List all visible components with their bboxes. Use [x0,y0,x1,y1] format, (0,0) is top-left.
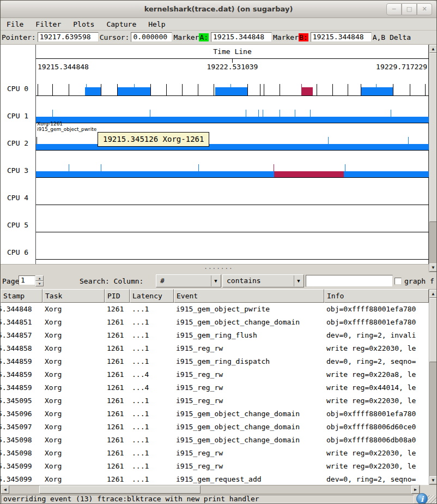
column-header-pid[interactable]: PID [105,289,130,303]
table-row[interactable]: 5.344859Xorg1261...4i915_reg_rwwrite reg… [1,381,429,394]
cell-pid: 1261 [105,434,130,447]
cell-pid: 1261 [105,342,130,355]
event-tick [230,84,231,95]
cell-task: Xorg [43,329,105,342]
event-tick [101,164,101,171]
minimize-icon[interactable]: ─ [386,3,402,15]
scroll-down-icon[interactable]: ▼ [429,476,437,484]
event-tick [198,84,198,95]
cell-task: Xorg [43,421,105,434]
table-row[interactable]: 5.344859Xorg1261...1i915_gem_ring_dispat… [1,355,429,368]
cpu-label: CPU 6 [7,248,34,257]
table-vscroll-thumb[interactable] [429,298,437,362]
cell-pid: 1261 [105,421,130,434]
menu-help[interactable]: Help [142,19,171,29]
event-tick [150,110,150,117]
table-hscroll-thumb[interactable] [39,485,201,494]
page-input[interactable]: 1 [19,275,35,285]
scroll-down-icon[interactable]: ▼ [429,263,437,272]
table-row[interactable]: 5.344848Xorg1261...1i915_gem_object_pwri… [1,303,429,316]
cell-latency: ...1 [130,303,174,316]
cell-task: Xorg [43,434,105,447]
cell-event: i915_gem_object_pwrite [174,303,324,316]
match-select[interactable]: contains ▼ [222,274,304,287]
table-vscrollbar[interactable]: ▲ ▼ [429,289,437,485]
menu-file[interactable]: File [1,19,29,29]
event-tick [37,137,37,144]
timeline-canvas[interactable]: Time Line 19215.344848 19222.531039 1922… [1,44,429,264]
table-row[interactable]: 5.345097Xorg1261...1i915_gem_object_chan… [1,421,429,434]
table-row[interactable]: 5.345099Xorg1261...1i915_reg_rwwrite reg… [1,460,429,473]
graph-follows-checkbox[interactable] [394,278,402,285]
table-row[interactable]: 5.344857Xorg1261...1i915_gem_ring_flushd… [1,329,429,342]
pane-splitter[interactable]: ······· [1,264,429,273]
cell-event: i915_gem_ring_flush [174,329,324,342]
menu-plots[interactable]: Plots [67,19,100,29]
table-row[interactable]: 5.344859Xorg1261...4i915_reg_rwwrite reg… [1,368,429,381]
scroll-left-icon[interactable]: ◀ [1,485,9,494]
table-vscroll-trough[interactable] [429,362,437,476]
event-tick [38,84,38,95]
cell-latency: ...1 [130,329,174,342]
cpu-baseline [36,123,429,123]
cell-event: i915_reg_rw [174,342,324,355]
delta-label: A,B Delta [373,33,411,41]
graph-vscroll-thumb[interactable] [429,53,437,222]
graph-vscrollbar[interactable]: ▲ ▼ [429,44,437,272]
table-header: StampTaskPIDLatencyEventInfo [1,289,429,303]
table-row[interactable]: 5.345095Xorg1261...1i915_reg_rwwrite reg… [1,394,429,407]
cell-pid: 1261 [105,407,130,421]
resize-grip[interactable] [428,495,436,504]
sched-segment [301,87,313,95]
chevron-down-icon: ▼ [211,275,220,286]
cell-event: i915_gem_object_change_domain [174,316,324,329]
search-toolbar: Page 1 ▲ ▼ Search: Column: # ▼ contains … [1,273,436,289]
spin-down-icon[interactable]: ▼ [35,281,44,286]
column-header-stamp[interactable]: Stamp [1,289,43,303]
column-header-event[interactable]: Event [174,289,324,303]
column-header-latency[interactable]: Latency [130,289,174,303]
cell-info: dev=0, ring=2, seqno= [324,355,429,368]
table-row[interactable]: 5.345098Xorg1261...1i915_reg_rwwrite reg… [1,447,429,460]
status-message: overriding event (13) ftrace:blktrace wi… [1,495,414,503]
table-row[interactable]: 5.345098Xorg1261...1i915_gem_object_chan… [1,434,429,447]
table-row[interactable]: 5.344858Xorg1261...1i915_reg_rwwrite reg… [1,342,429,355]
event-tick [134,84,135,95]
event-table: 5.344848Xorg1261...1i915_gem_object_pwri… [1,303,429,485]
close-icon[interactable]: ✕ [417,3,432,15]
search-input[interactable] [306,275,393,287]
cell-stamp: 5.344859 [1,368,43,381]
column-select[interactable]: # ▼ [156,274,221,287]
sched-segment [85,87,101,95]
window-titlebar[interactable]: kernelshark(trace.dat) (on sugarbay) ─ □… [1,1,436,18]
cell-pid: 1261 [105,381,130,394]
cell-task: Xorg [43,355,105,368]
event-tick [260,84,260,95]
scroll-up-icon[interactable]: ▲ [429,290,437,298]
graph-vscroll-trough[interactable] [429,222,437,263]
cpu-baseline [36,205,429,205]
table-row[interactable]: 5.344851Xorg1261...1i915_gem_object_chan… [1,316,429,329]
scroll-up-icon[interactable]: ▲ [429,45,437,53]
table-row[interactable]: 5.345096Xorg1261...1i915_gem_object_chan… [1,407,429,421]
table-hscrollbar[interactable]: ◀ ▶ [1,485,420,494]
info-icon[interactable]: i [416,493,428,504]
marker-task-annotation: Xorg-1261 [37,122,63,127]
cell-latency: ...1 [130,447,174,460]
cell-task: Xorg [43,407,105,421]
cell-info: write reg=0x22030, le [324,394,429,407]
cell-event: i915_gem_object_change_domain [174,407,324,421]
cell-latency: ...1 [130,316,174,329]
event-tick [345,164,345,171]
scroll-right-icon[interactable]: ▶ [411,485,420,494]
column-header-info[interactable]: Info [324,289,429,303]
cell-event: i915_reg_rw [174,447,324,460]
table-row[interactable]: 5.345099Xorg1261...1i915_gem_request_add… [1,473,429,485]
menu-capture[interactable]: Capture [100,19,142,29]
column-header-task[interactable]: Task [43,289,105,303]
menu-filter[interactable]: Filter [29,19,67,29]
spin-up-icon[interactable]: ▲ [35,275,44,281]
maximize-icon[interactable]: □ [402,3,417,15]
cell-latency: ...1 [130,460,174,473]
cell-event: i915_reg_rw [174,394,324,407]
